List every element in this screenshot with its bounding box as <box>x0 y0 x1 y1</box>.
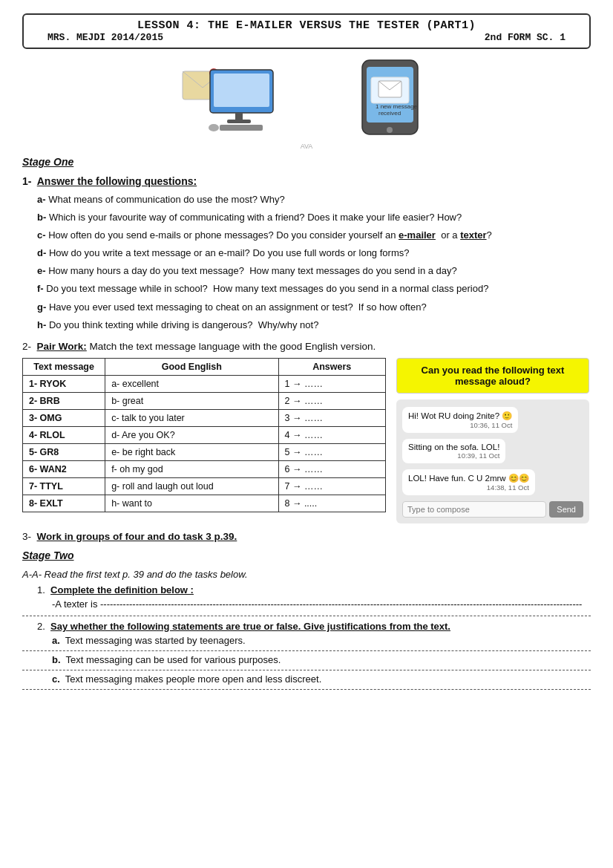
stage-two-sublabel: A-A- Read the first text p. 39 and do th… <box>22 569 591 580</box>
chat-time-3: 14:38, 11 Oct <box>408 483 529 492</box>
question-d: d- How do you write a text message or an… <box>37 245 591 261</box>
table-row: 7- TTYL g- roll and laugh out loud 7 → …… <box>23 477 386 495</box>
table-row: 6- WAN2 f- oh my god 6 → …… <box>23 460 386 477</box>
pair-work-label: 2- Pair Work: Match the text message lan… <box>22 341 591 352</box>
cell-answer: 4 → …… <box>278 426 386 443</box>
question-c: c- How often do you send e-mails or phon… <box>37 227 591 244</box>
col-answers: Answers <box>278 358 386 375</box>
table-row: 5- GR8 e- be right back 5 → …… <box>23 443 386 460</box>
table-row: 3- OMG c- talk to you later 3 → …… <box>23 409 386 426</box>
task2-item-b: b. Text messaging can be used for variou… <box>52 654 591 665</box>
cell-good-english: e- be right back <box>105 443 278 460</box>
table-row: 1- RYOK a- excellent 1 → …… <box>23 375 386 392</box>
ava-watermark: AVA <box>22 143 591 150</box>
chat-bubble-3: LOL! Have fun. C U 2mrw 😊😊 14:38, 11 Oct <box>402 469 535 495</box>
cell-answer: 2 → …… <box>278 392 386 409</box>
cell-answer: 7 → …… <box>278 477 386 495</box>
svg-point-18 <box>387 127 393 133</box>
form-info: 2nd FORM SC. 1 <box>485 32 566 43</box>
cell-text-msg: 2- BRB <box>23 392 105 409</box>
cell-text-msg: 4- RLOL <box>23 426 105 443</box>
chat-msg-3: LOL! Have fun. C U 2mrw 😊😊 14:38, 11 Oct <box>402 469 583 495</box>
section2-num: 2- <box>22 341 31 352</box>
cell-text-msg: 1- RYOK <box>23 375 105 392</box>
task2-text-b: Text messaging can be used for various p… <box>66 654 281 665</box>
divider-2a <box>22 650 591 651</box>
lesson-title: LESSON 4: THE E-MAILER VERSUS THE TESTER… <box>33 19 580 32</box>
divider-1 <box>22 616 591 616</box>
svg-rect-8 <box>220 125 263 131</box>
questions-list: a- What means of communication do use th… <box>37 192 591 333</box>
chat-time-1: 10:36, 11 Oct <box>408 421 512 429</box>
divider-2c <box>22 689 591 690</box>
svg-rect-6 <box>235 113 243 120</box>
task1-header: 1. Complete the definition below : <box>37 584 591 595</box>
question-h: h- Do you think texting while driving is… <box>37 317 591 333</box>
table-row: 4- RLOL d- Are you OK? 4 → …… <box>23 426 386 443</box>
question-e: e- How many hours a day do you text mess… <box>37 263 591 279</box>
table-container: Text message Good English Answers 1- RYO… <box>22 358 386 523</box>
cell-text-msg: 3- OMG <box>23 409 105 426</box>
section3-num: 3- <box>22 531 31 542</box>
svg-point-9 <box>209 124 219 131</box>
task1-block: 1. Complete the definition below : -A te… <box>22 584 591 610</box>
stage-two: Stage Two A-A- Read the first text p. 39… <box>22 549 591 690</box>
cell-good-english: a- excellent <box>105 375 278 392</box>
chat-msg-1: Hi! Wot RU doing 2nite? 🙂 10:36, 11 Oct <box>402 407 583 433</box>
chat-msg-2: Sitting on the sofa. LOL! 10:39, 11 Oct <box>402 439 583 463</box>
computer-image <box>169 56 288 138</box>
cell-answer: 8 → ..... <box>278 495 386 512</box>
task2-header: 2. Say whether the following statements … <box>37 621 591 632</box>
task2-item-a: a. Text messaging was started by teenage… <box>52 635 591 646</box>
stage-one-label: Stage One <box>22 156 591 168</box>
cell-good-english: d- Are you OK? <box>105 426 278 443</box>
table-row: 2- BRB b- great 2 → …… <box>23 392 386 409</box>
header-box: LESSON 4: THE E-MAILER VERSUS THE TESTER… <box>22 13 591 49</box>
chat-bubble-2: Sitting on the sofa. LOL! 10:39, 11 Oct <box>402 439 505 463</box>
col-good-english: Good English <box>105 358 278 375</box>
question-b: b- Which is your favourite way of commun… <box>37 209 591 226</box>
cell-answer: 6 → …… <box>278 460 386 477</box>
col-text-msg: Text message <box>23 358 105 375</box>
task2-block: 2. Say whether the following statements … <box>22 621 591 690</box>
section3-label: Work in groups of four and do task 3 p.3… <box>37 531 237 542</box>
task2-text-a: Text messaging was started by teenagers. <box>65 635 246 646</box>
task2-text-c: Text messaging makes people more open an… <box>65 673 321 685</box>
svg-text:1 new message: 1 new message <box>376 103 418 110</box>
question-f: f- Do you text message while in school? … <box>37 281 591 297</box>
chat-compose-input[interactable] <box>402 501 546 518</box>
cell-good-english: c- talk to you later <box>105 409 278 426</box>
chat-box: Hi! Wot RU doing 2nite? 🙂 10:36, 11 Oct … <box>396 399 589 523</box>
main-content-row: Text message Good English Answers 1- RYO… <box>22 358 591 523</box>
cell-answer: 1 → …… <box>278 375 386 392</box>
cell-good-english: h- want to <box>105 495 278 512</box>
table-row: 8- EXLT h- want to 8 → ..... <box>23 495 386 512</box>
send-button[interactable]: Send <box>549 501 583 518</box>
chat-time-2: 10:39, 11 Oct <box>408 451 499 460</box>
task1-label: Complete the definition below : <box>50 584 194 595</box>
pair-work-instruction: Match the text message language with the… <box>90 341 376 352</box>
cell-good-english: f- oh my god <box>105 460 278 477</box>
question-a: a- What means of communication do use th… <box>37 192 591 208</box>
right-panel: Can you read the following text message … <box>396 358 589 523</box>
match-table: Text message Good English Answers 1- RYO… <box>22 358 386 512</box>
cell-text-msg: 8- EXLT <box>23 495 105 512</box>
svg-rect-7 <box>227 120 251 123</box>
section3: 3- Work in groups of four and do task 3 … <box>22 531 591 542</box>
yellow-box: Can you read the following text message … <box>396 358 589 394</box>
stage-two-label: Stage Two <box>22 549 591 561</box>
pair-work-title: Pair Work: <box>37 341 87 352</box>
task2-label: Say whether the following statements are… <box>50 621 450 632</box>
cell-good-english: g- roll and laugh out loud <box>105 477 278 495</box>
section1-num: 1- Answer the following questions: <box>22 175 591 187</box>
chat-input-row: Send <box>402 501 583 518</box>
images-row: 1 new message received <box>22 56 591 138</box>
question-g: g- Have you ever used text messaging to … <box>37 299 591 316</box>
section1-label: Answer the following questions: <box>37 175 197 187</box>
phone-image: 1 new message received <box>332 56 444 138</box>
svg-text:received: received <box>378 110 401 117</box>
cell-good-english: b- great <box>105 392 278 409</box>
teacher-info: MRS. MEJDI 2014/2015 <box>47 32 163 43</box>
cell-answer: 5 → …… <box>278 443 386 460</box>
cell-text-msg: 7- TTYL <box>23 477 105 495</box>
